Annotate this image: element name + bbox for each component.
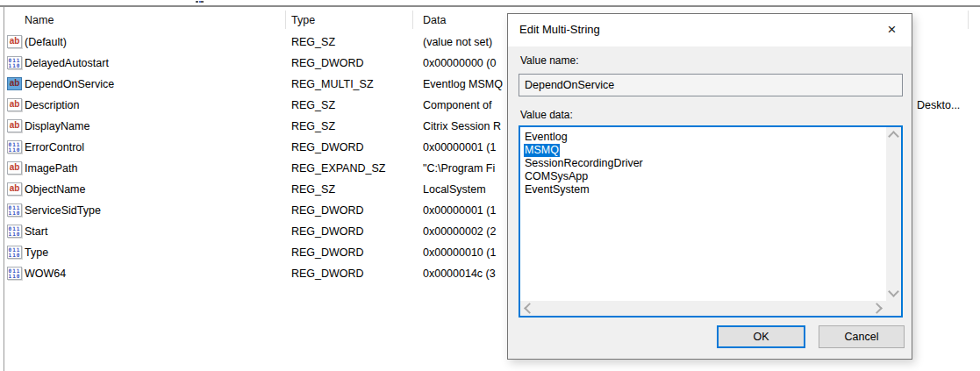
value-name: Description (25, 95, 80, 116)
column-header-data[interactable]: Data (423, 14, 446, 26)
scroll-up-icon[interactable] (888, 131, 899, 142)
ok-button[interactable]: OK (717, 325, 805, 348)
string-value-icon: ab (7, 161, 22, 175)
multi-string-line[interactable]: MSMQ (524, 144, 882, 157)
value-data-overflow: Deskto... (917, 95, 960, 116)
value-type: REG_DWORD (291, 263, 364, 284)
dword-value-icon: 011110 (7, 225, 22, 238)
string-value-icon: ab (7, 77, 22, 90)
value-name: Type (25, 242, 48, 263)
vertical-scrollbar[interactable] (886, 127, 901, 301)
value-type: REG_DWORD (291, 53, 364, 74)
value-type: REG_MULTI_SZ (291, 74, 374, 95)
value-type: REG_DWORD (291, 221, 364, 242)
dword-value-icon: 011110 (7, 246, 22, 259)
horizontal-scrollbar[interactable] (520, 301, 886, 316)
value-data-label: Value data: (520, 109, 573, 121)
value-name: ServiceSidType (25, 200, 101, 221)
string-value-icon: ab (7, 182, 22, 196)
edit-multi-string-dialog: Edit Multi-String × Value name: DependOn… (507, 13, 912, 360)
value-name: DisplayName (25, 116, 89, 137)
cancel-button[interactable]: Cancel (819, 325, 905, 348)
value-name: DependOnService (25, 74, 114, 95)
selected-string-item[interactable]: MSMQ (524, 144, 560, 157)
dialog-titlebar[interactable]: Edit Multi-String × (508, 14, 912, 46)
value-name: DelayedAutostart (25, 53, 109, 74)
multi-string-line[interactable]: SessionRecordingDriver (524, 157, 882, 170)
value-type: REG_SZ (291, 116, 335, 137)
dword-value-icon: 011110 (7, 56, 22, 69)
dword-value-icon: 011110 (7, 140, 22, 153)
string-item[interactable]: Eventlog (524, 131, 569, 144)
scrollbar-corner (886, 301, 901, 316)
column-separator[interactable] (285, 11, 286, 29)
string-item[interactable]: COMSysApp (524, 170, 589, 183)
dword-value-icon: 011110 (7, 203, 22, 217)
value-data-text: EventlogMSMQSessionRecordingDriverCOMSys… (524, 131, 882, 196)
value-name: WOW64 (25, 263, 66, 284)
column-separator[interactable] (412, 11, 413, 29)
value-type: REG_SZ (291, 95, 335, 116)
dword-value-icon: 011110 (7, 267, 22, 280)
clipped-address-bar-text (196, 1, 204, 3)
value-name: ObjectName (25, 179, 85, 200)
regedit-window: Name Type Data ab(Default)REG_SZ(value n… (0, 0, 980, 371)
column-separator[interactable] (968, 11, 969, 29)
multi-string-line[interactable]: Eventlog (524, 131, 882, 144)
value-name: ImagePath (25, 158, 77, 179)
close-icon: × (888, 22, 897, 37)
value-name: (Default) (25, 32, 67, 53)
scroll-down-icon[interactable] (888, 286, 899, 297)
value-name: ErrorControl (25, 137, 84, 158)
value-name-field[interactable]: DependOnService (519, 74, 903, 96)
string-value-icon: ab (7, 98, 22, 111)
value-type: REG_DWORD (291, 242, 364, 263)
multi-string-line[interactable]: COMSysApp (524, 170, 882, 183)
scroll-right-icon[interactable] (871, 303, 883, 314)
scroll-left-icon[interactable] (524, 303, 535, 314)
string-item[interactable]: SessionRecordingDriver (524, 157, 644, 170)
string-item[interactable]: EventSystem (524, 183, 590, 196)
string-value-icon: ab (7, 119, 22, 132)
value-type: REG_SZ (291, 32, 335, 53)
column-header-name[interactable]: Name (25, 14, 54, 26)
value-type: REG_DWORD (291, 137, 364, 158)
string-value-icon: ab (7, 35, 22, 48)
value-type: REG_DWORD (291, 200, 364, 221)
dialog-title: Edit Multi-String (519, 23, 600, 36)
column-header-type[interactable]: Type (291, 14, 315, 26)
close-button[interactable]: × (872, 14, 912, 44)
list-top-border (0, 5, 980, 7)
value-type: REG_SZ (291, 179, 335, 200)
value-type: REG_EXPAND_SZ (291, 158, 385, 179)
multi-string-line[interactable]: EventSystem (524, 183, 882, 196)
value-name: Start (25, 221, 47, 242)
value-name-label: Value name: (520, 54, 579, 67)
value-data-editor[interactable]: EventlogMSMQSessionRecordingDriverCOMSys… (519, 125, 903, 317)
